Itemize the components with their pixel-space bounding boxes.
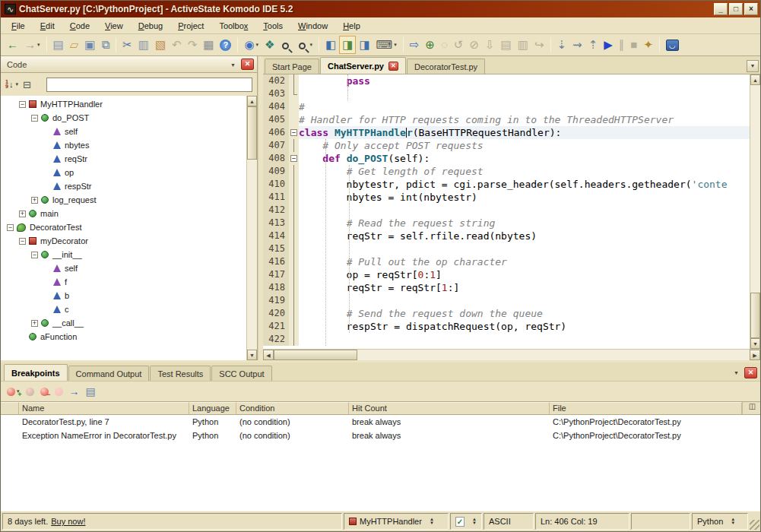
line-number[interactable]: 416	[263, 255, 289, 268]
spinner-arrows-icon[interactable]: ▲▼	[731, 518, 735, 525]
scroll-down-button[interactable]: ▼	[750, 338, 760, 349]
tree-item-self[interactable]: self	[1, 125, 246, 138]
fold-margin[interactable]	[289, 87, 299, 100]
line-number[interactable]: 421	[263, 320, 289, 333]
scc-revert-button[interactable]: ↺	[451, 36, 467, 54]
code-line-418[interactable]: 418 reqStr = reqStr[1:]	[263, 281, 750, 294]
vertical-splitter[interactable]	[258, 56, 263, 360]
maximize-button[interactable]: □	[729, 3, 743, 15]
line-number[interactable]: 413	[263, 217, 289, 230]
forward-button[interactable]: →▾	[21, 36, 43, 54]
tree-item-f[interactable]: f	[1, 275, 246, 289]
tree-item-__call__[interactable]: +__call__	[1, 316, 246, 330]
menu-file[interactable]: File	[4, 19, 33, 33]
toolbox-button[interactable]: ◡	[663, 36, 682, 54]
tree-item-self[interactable]: self	[1, 261, 246, 275]
go-continue-button[interactable]: ▶	[601, 36, 616, 54]
toggle-left-pane-button[interactable]: ◧	[322, 36, 339, 54]
scroll-right-button[interactable]: ▶	[750, 350, 760, 360]
minus-expander[interactable]: −	[19, 238, 26, 245]
code-editor[interactable]: 402 pass403404#405# Handler for HTTP req…	[263, 74, 750, 349]
tree-item-DecoratorTest[interactable]: −DecoratorTest	[1, 220, 246, 234]
fold-margin[interactable]	[289, 268, 299, 281]
scroll-thumb[interactable]	[274, 350, 357, 360]
tree-item-do_POST[interactable]: −do_POST	[1, 111, 246, 125]
fold-collapse-icon[interactable]: −	[290, 155, 297, 162]
paste-button[interactable]: ▧	[152, 36, 169, 54]
line-number[interactable]: 411	[263, 191, 289, 204]
back-button[interactable]: ←	[4, 36, 21, 54]
tree-item-__init__[interactable]: −__init__	[1, 248, 246, 261]
tab-scc-output[interactable]: SCC Output	[211, 366, 271, 381]
tab-command-output[interactable]: Command Output	[68, 366, 150, 381]
line-number[interactable]: 402	[263, 74, 289, 87]
step-in-button[interactable]: ⇣	[554, 36, 570, 54]
code-line-404[interactable]: 404#	[263, 100, 750, 113]
close-button[interactable]: ×	[744, 3, 758, 15]
line-number[interactable]: 404	[263, 100, 289, 113]
buy-now-link[interactable]: Buy now!	[51, 517, 85, 526]
line-number[interactable]: 407	[263, 139, 289, 152]
code-line-403[interactable]: 403	[263, 87, 750, 100]
code-line-413[interactable]: 413 # Read the request string	[263, 217, 750, 230]
line-number[interactable]: 408	[263, 152, 289, 165]
print-button[interactable]: ▦	[200, 36, 217, 54]
minimize-button[interactable]: _	[714, 3, 728, 15]
code-line-408[interactable]: 408− def do_POST(self):	[263, 152, 750, 165]
undo-button[interactable]: ↶	[169, 36, 185, 54]
line-number[interactable]: 405	[263, 113, 289, 126]
fold-margin[interactable]	[289, 242, 299, 255]
tree-item-op[interactable]: op	[1, 166, 246, 179]
tree-item-c[interactable]: c	[1, 302, 246, 316]
fold-margin[interactable]	[289, 74, 299, 87]
breakpoint-row[interactable]: Exception NameError in DecoratorTest.pyP…	[1, 429, 760, 442]
fold-margin[interactable]	[289, 320, 299, 333]
title-bar[interactable]: ∿ ChatServer.py [C:\PythonProject] - Act…	[1, 1, 760, 17]
scroll-down-button[interactable]: ▼	[247, 350, 257, 360]
toggle-breakpoint-wand-button[interactable]: ✦	[640, 36, 656, 54]
open-file-button[interactable]: ▱	[67, 36, 82, 54]
line-number[interactable]: 417	[263, 268, 289, 281]
menu-view[interactable]: View	[97, 19, 131, 33]
status-current-scope[interactable]: MyHTTPHandler▲▼	[344, 513, 449, 530]
tree-item-nbytes[interactable]: nbytes	[1, 138, 246, 152]
comment-region-button[interactable]: ❖	[262, 36, 277, 54]
line-number[interactable]: 420	[263, 307, 289, 320]
code-line-416[interactable]: 416 # Pull out the op character	[263, 255, 750, 268]
code-line-409[interactable]: 409 # Get length of request	[263, 165, 750, 178]
column-header-Name[interactable]: Name	[19, 402, 189, 414]
copy-button[interactable]: ▥	[135, 36, 152, 54]
fold-margin[interactable]	[289, 217, 299, 230]
menu-help[interactable]: Help	[335, 19, 368, 33]
line-number[interactable]: 415	[263, 242, 289, 255]
column-header-Condition[interactable]: Condition	[236, 402, 349, 414]
line-number[interactable]: 403	[263, 87, 289, 100]
code-line-422[interactable]: 422	[263, 333, 750, 346]
line-number[interactable]: 412	[263, 204, 289, 217]
fold-margin[interactable]	[289, 139, 299, 152]
scc-commit-button[interactable]: ◌	[438, 36, 451, 54]
code-line-421[interactable]: 421 respStr = dispatchRequest(op, reqStr…	[263, 320, 750, 333]
menu-window[interactable]: Window	[290, 19, 335, 33]
new-breakpoint-button[interactable]: +▾	[7, 388, 20, 396]
tab-Start Page[interactable]: Start Page	[265, 59, 319, 74]
plus-expander[interactable]: +	[31, 197, 38, 204]
fold-margin[interactable]	[289, 204, 299, 217]
editor-vscrollbar[interactable]: ▲ ▼	[750, 74, 760, 349]
fold-margin[interactable]: −	[289, 126, 299, 139]
toggle-bottom-pane-button[interactable]: ◨	[339, 36, 356, 54]
status-language[interactable]: Python▲▼	[692, 513, 748, 530]
code-line-407[interactable]: 407 # Only accept POST requests	[263, 139, 750, 152]
code-line-420[interactable]: 420 # Send the request down the queue	[263, 307, 750, 320]
tree-item-log_request[interactable]: +log_request	[1, 193, 246, 207]
breakpoint-properties-button[interactable]: ▤	[86, 385, 96, 397]
fold-margin[interactable]	[289, 100, 299, 113]
menu-tools[interactable]: Tools	[255, 19, 290, 33]
scroll-left-button[interactable]: ◀	[263, 350, 274, 360]
scc-update-button[interactable]: ⇩	[482, 36, 498, 54]
tree-item-b[interactable]: b	[1, 289, 246, 302]
cut-button[interactable]: ✂	[119, 36, 135, 54]
plus-expander[interactable]: +	[31, 320, 38, 327]
breakpoint-row[interactable]: DecoratorTest.py, line 7Python(no condit…	[1, 415, 760, 429]
fold-margin[interactable]	[289, 178, 299, 191]
